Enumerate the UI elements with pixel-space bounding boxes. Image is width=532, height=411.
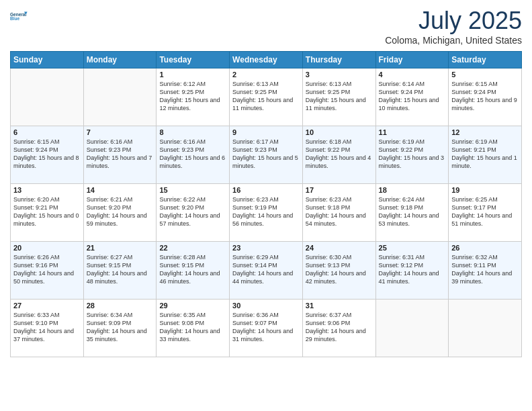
week-row-1: 1Sunrise: 6:12 AMSunset: 9:25 PMDaylight…	[11, 68, 522, 126]
day-number: 12	[451, 128, 519, 136]
day-number: 7	[87, 128, 154, 136]
day-info: Sunrise: 6:18 AMSunset: 9:22 PMDaylight:…	[306, 138, 373, 171]
calendar-cell: 23Sunrise: 6:29 AMSunset: 9:14 PMDayligh…	[230, 242, 303, 300]
day-info: Sunrise: 6:29 AMSunset: 9:14 PMDaylight:…	[232, 253, 300, 286]
weekday-header-sunday: Sunday	[11, 52, 84, 68]
calendar-cell: 18Sunrise: 6:24 AMSunset: 9:18 PMDayligh…	[375, 184, 449, 242]
day-number: 2	[232, 71, 300, 79]
calendar-cell: 1Sunrise: 6:12 AMSunset: 9:25 PMDaylight…	[157, 68, 230, 126]
day-number: 25	[379, 244, 446, 252]
day-number: 15	[159, 186, 226, 194]
day-info: Sunrise: 6:12 AMSunset: 9:25 PMDaylight:…	[159, 80, 226, 113]
calendar-cell: 5Sunrise: 6:15 AMSunset: 9:24 PMDaylight…	[449, 68, 522, 126]
day-info: Sunrise: 6:32 AMSunset: 9:11 PMDaylight:…	[451, 253, 519, 286]
logo: GeneralBlue	[10, 7, 29, 26]
day-number: 19	[451, 186, 519, 194]
day-info: Sunrise: 6:19 AMSunset: 9:22 PMDaylight:…	[379, 138, 446, 171]
day-number: 14	[87, 186, 154, 194]
day-number: 1	[159, 71, 226, 79]
day-info: Sunrise: 6:20 AMSunset: 9:21 PMDaylight:…	[13, 195, 81, 228]
weekday-header-saturday: Saturday	[449, 52, 522, 68]
logo-icon: GeneralBlue	[10, 7, 29, 26]
calendar-cell: 6Sunrise: 6:15 AMSunset: 9:24 PMDaylight…	[11, 126, 84, 184]
day-number: 29	[159, 302, 226, 310]
calendar-cell: 10Sunrise: 6:18 AMSunset: 9:22 PMDayligh…	[302, 126, 375, 184]
calendar-cell: 11Sunrise: 6:19 AMSunset: 9:22 PMDayligh…	[375, 126, 449, 184]
weekday-header-friday: Friday	[375, 52, 449, 68]
day-info: Sunrise: 6:31 AMSunset: 9:12 PMDaylight:…	[379, 253, 446, 286]
day-info: Sunrise: 6:33 AMSunset: 9:10 PMDaylight:…	[13, 311, 81, 344]
weekday-header-wednesday: Wednesday	[230, 52, 303, 68]
calendar-cell: 25Sunrise: 6:31 AMSunset: 9:12 PMDayligh…	[375, 242, 449, 300]
week-row-3: 13Sunrise: 6:20 AMSunset: 9:21 PMDayligh…	[11, 184, 522, 242]
day-number: 20	[13, 244, 81, 252]
month-title: July 2025	[385, 7, 522, 35]
day-number: 27	[13, 302, 81, 310]
calendar-cell: 9Sunrise: 6:17 AMSunset: 9:23 PMDaylight…	[230, 126, 303, 184]
day-number: 18	[379, 186, 446, 194]
day-info: Sunrise: 6:16 AMSunset: 9:23 PMDaylight:…	[87, 138, 154, 171]
day-info: Sunrise: 6:34 AMSunset: 9:09 PMDaylight:…	[87, 311, 154, 344]
weekday-header-tuesday: Tuesday	[157, 52, 230, 68]
calendar: SundayMondayTuesdayWednesdayThursdayFrid…	[10, 51, 522, 357]
calendar-cell: 17Sunrise: 6:23 AMSunset: 9:18 PMDayligh…	[302, 184, 375, 242]
day-info: Sunrise: 6:25 AMSunset: 9:17 PMDaylight:…	[451, 195, 519, 228]
day-info: Sunrise: 6:23 AMSunset: 9:19 PMDaylight:…	[232, 195, 300, 228]
calendar-cell	[83, 68, 157, 126]
day-number: 4	[379, 71, 446, 79]
calendar-cell: 28Sunrise: 6:34 AMSunset: 9:09 PMDayligh…	[83, 300, 157, 357]
day-number: 6	[13, 128, 81, 136]
day-info: Sunrise: 6:22 AMSunset: 9:20 PMDaylight:…	[159, 195, 226, 228]
calendar-cell: 13Sunrise: 6:20 AMSunset: 9:21 PMDayligh…	[11, 184, 84, 242]
calendar-cell	[375, 300, 449, 357]
day-number: 30	[232, 302, 300, 310]
day-number: 9	[232, 128, 300, 136]
day-info: Sunrise: 6:19 AMSunset: 9:21 PMDaylight:…	[451, 138, 519, 171]
day-info: Sunrise: 6:13 AMSunset: 9:25 PMDaylight:…	[306, 80, 373, 113]
calendar-cell: 14Sunrise: 6:21 AMSunset: 9:20 PMDayligh…	[83, 184, 157, 242]
day-number: 5	[451, 71, 519, 79]
page: GeneralBlue July 2025 Coloma, Michigan, …	[0, 0, 532, 411]
calendar-cell: 22Sunrise: 6:28 AMSunset: 9:15 PMDayligh…	[157, 242, 230, 300]
calendar-cell: 15Sunrise: 6:22 AMSunset: 9:20 PMDayligh…	[157, 184, 230, 242]
day-info: Sunrise: 6:21 AMSunset: 9:20 PMDaylight:…	[87, 195, 154, 228]
location: Coloma, Michigan, United States	[385, 35, 522, 46]
day-number: 23	[232, 244, 300, 252]
day-number: 10	[306, 128, 373, 136]
day-number: 17	[306, 186, 373, 194]
calendar-cell: 20Sunrise: 6:26 AMSunset: 9:16 PMDayligh…	[11, 242, 84, 300]
day-number: 24	[306, 244, 373, 252]
day-info: Sunrise: 6:17 AMSunset: 9:23 PMDaylight:…	[232, 138, 300, 171]
day-info: Sunrise: 6:30 AMSunset: 9:13 PMDaylight:…	[306, 253, 373, 286]
calendar-cell: 12Sunrise: 6:19 AMSunset: 9:21 PMDayligh…	[449, 126, 522, 184]
calendar-cell: 2Sunrise: 6:13 AMSunset: 9:25 PMDaylight…	[230, 68, 303, 126]
day-number: 13	[13, 186, 81, 194]
calendar-cell: 3Sunrise: 6:13 AMSunset: 9:25 PMDaylight…	[302, 68, 375, 126]
svg-text:General: General	[10, 12, 26, 17]
svg-text:Blue: Blue	[10, 16, 19, 21]
day-info: Sunrise: 6:16 AMSunset: 9:23 PMDaylight:…	[159, 138, 226, 171]
week-row-2: 6Sunrise: 6:15 AMSunset: 9:24 PMDaylight…	[11, 126, 522, 184]
day-number: 22	[159, 244, 226, 252]
day-info: Sunrise: 6:35 AMSunset: 9:08 PMDaylight:…	[159, 311, 226, 344]
title-block: July 2025 Coloma, Michigan, United State…	[385, 7, 522, 46]
week-row-5: 27Sunrise: 6:33 AMSunset: 9:10 PMDayligh…	[11, 300, 522, 357]
calendar-cell: 26Sunrise: 6:32 AMSunset: 9:11 PMDayligh…	[449, 242, 522, 300]
day-info: Sunrise: 6:23 AMSunset: 9:18 PMDaylight:…	[306, 195, 373, 228]
weekday-header-thursday: Thursday	[302, 52, 375, 68]
day-number: 28	[87, 302, 154, 310]
day-info: Sunrise: 6:14 AMSunset: 9:24 PMDaylight:…	[379, 80, 446, 113]
calendar-cell: 19Sunrise: 6:25 AMSunset: 9:17 PMDayligh…	[449, 184, 522, 242]
calendar-cell	[449, 300, 522, 357]
calendar-cell: 4Sunrise: 6:14 AMSunset: 9:24 PMDaylight…	[375, 68, 449, 126]
calendar-cell: 21Sunrise: 6:27 AMSunset: 9:15 PMDayligh…	[83, 242, 157, 300]
calendar-cell: 29Sunrise: 6:35 AMSunset: 9:08 PMDayligh…	[157, 300, 230, 357]
header: GeneralBlue July 2025 Coloma, Michigan, …	[10, 7, 522, 46]
weekday-header-row: SundayMondayTuesdayWednesdayThursdayFrid…	[11, 52, 522, 68]
calendar-cell: 30Sunrise: 6:36 AMSunset: 9:07 PMDayligh…	[230, 300, 303, 357]
calendar-cell: 8Sunrise: 6:16 AMSunset: 9:23 PMDaylight…	[157, 126, 230, 184]
day-number: 11	[379, 128, 446, 136]
day-info: Sunrise: 6:15 AMSunset: 9:24 PMDaylight:…	[451, 80, 519, 113]
day-info: Sunrise: 6:13 AMSunset: 9:25 PMDaylight:…	[232, 80, 300, 113]
day-info: Sunrise: 6:15 AMSunset: 9:24 PMDaylight:…	[13, 138, 81, 171]
